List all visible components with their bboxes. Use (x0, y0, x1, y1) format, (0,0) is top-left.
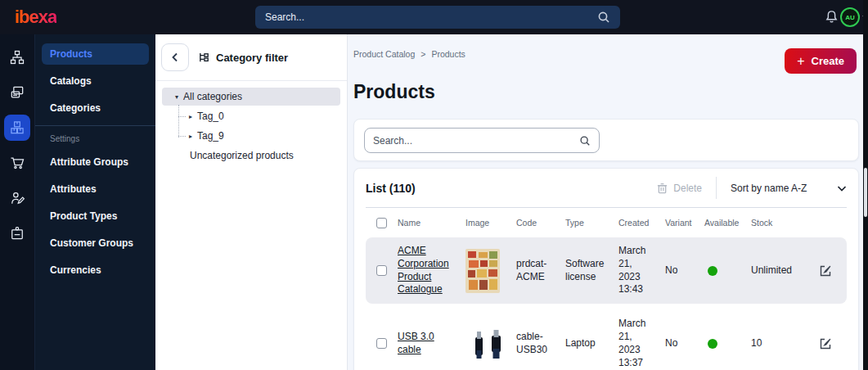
icon-rail (0, 34, 34, 370)
sidebar-menu: Products Catalogs Categories Settings At… (34, 34, 155, 370)
page-title: Products (353, 81, 435, 103)
product-variant: No (665, 264, 704, 278)
available-status-dot (708, 266, 717, 276)
list-title: List (110) (366, 182, 416, 195)
category-tree: ▾ All categories ▸ Tag_0 ▸ Tag_9 Uncateg… (155, 81, 347, 173)
category-tree-icon (198, 52, 210, 64)
trash-icon (657, 183, 668, 194)
product-search-card (353, 119, 859, 161)
select-all-checkbox[interactable] (376, 218, 387, 228)
avatar-initials: AU (845, 14, 855, 21)
row-checkbox[interactable] (376, 338, 387, 349)
rail-item-products[interactable] (0, 110, 34, 145)
product-search-field[interactable] (364, 128, 600, 153)
rail-item-pages[interactable] (0, 74, 34, 110)
delete-button[interactable]: Delete (657, 183, 702, 194)
user-avatar[interactable]: AU (840, 7, 860, 27)
caret-right-icon[interactable]: ▸ (186, 113, 196, 120)
plus-icon: + (797, 55, 804, 68)
pages-icon (9, 84, 25, 101)
header-divider (716, 177, 717, 199)
sidebar-item-customer-groups[interactable]: Customer Groups (42, 232, 149, 254)
category-filter-title: Category filter (198, 52, 288, 64)
product-link[interactable]: ACME Corporation Product Catalogue (398, 245, 449, 295)
table-row: ACME Corporation Product Catalogue prdca… (366, 237, 847, 304)
breadcrumb: Product Catalog > Products (353, 49, 465, 59)
sidebar-item-catalogs[interactable]: Catalogs (42, 70, 149, 92)
search-icon (597, 11, 610, 24)
product-thumbnail-usb-cable (465, 326, 511, 362)
product-created: March 21, 2023 13:43 (618, 245, 665, 296)
chevron-down-icon (837, 183, 847, 193)
product-code: cable-USB30 (516, 331, 565, 357)
product-type: Laptop (565, 337, 618, 350)
products-boxes-icon (9, 120, 25, 136)
ibexa-logo: ibexa (15, 7, 56, 28)
product-stock: Unlimited (751, 264, 816, 278)
tree-item-tag9[interactable]: ▸ Tag_9 (162, 127, 340, 145)
scrollbar-track[interactable] (863, 0, 868, 370)
product-search-input[interactable] (373, 135, 579, 147)
row-checkbox[interactable] (376, 265, 387, 276)
main-content: Product Catalog > Products + Create Prod… (348, 34, 863, 370)
customer-edit-icon (9, 190, 25, 206)
col-image: Image (465, 218, 516, 228)
menu-section-settings: Settings (35, 134, 155, 143)
col-variant: Variant (665, 218, 704, 228)
rail-item-content-tree[interactable] (0, 39, 34, 74)
col-created: Created (618, 218, 665, 228)
chevron-left-icon (170, 52, 180, 62)
product-list-card: List (110) Delete Sort by name A-Z Name … (353, 168, 859, 370)
breadcrumb-parent[interactable]: Product Catalog (353, 49, 415, 59)
col-stock: Stock (751, 218, 816, 228)
table-row: USB 3.0 cable cable-USB30 Laptop March 2… (366, 310, 847, 370)
available-status-dot (708, 339, 717, 349)
breadcrumb-separator: > (421, 49, 425, 59)
product-thumbnail-catalogue (465, 249, 500, 293)
sidebar-item-attributes[interactable]: Attributes (42, 178, 149, 200)
global-search-input[interactable] (265, 11, 597, 23)
create-button[interactable]: + Create (785, 48, 857, 74)
menu-divider (35, 125, 155, 126)
product-created: March 21, 2023 13:37 (618, 318, 665, 369)
col-code: Code (516, 218, 565, 228)
sort-dropdown[interactable]: Sort by name A-Z (731, 183, 847, 194)
sidebar-item-product-types[interactable]: Product Types (42, 205, 149, 227)
rail-item-customers[interactable] (0, 180, 34, 215)
content-tree-icon (9, 49, 25, 65)
product-code: prdcat-ACME (516, 258, 565, 284)
product-link[interactable]: USB 3.0 cable (398, 331, 434, 355)
sidebar-item-products[interactable]: Products (42, 43, 149, 65)
collapse-panel-button[interactable] (161, 43, 189, 71)
sidebar-item-categories[interactable]: Categories (42, 97, 149, 119)
tree-item-all-categories[interactable]: ▾ All categories (162, 88, 340, 106)
caret-right-icon[interactable]: ▸ (186, 133, 196, 140)
col-name: Name (398, 218, 465, 228)
cart-icon (9, 155, 25, 171)
notifications-bell-icon[interactable] (825, 10, 839, 24)
product-variant: No (665, 337, 704, 350)
tree-item-tag0[interactable]: ▸ Tag_0 (162, 107, 340, 125)
rail-item-company[interactable] (0, 215, 34, 250)
scrollbar-thumb[interactable] (864, 168, 867, 217)
tree-item-uncategorized[interactable]: Uncategorized products (162, 147, 340, 165)
table-header-row: Name Image Code Type Created Variant Ava… (366, 208, 847, 237)
edit-icon[interactable] (819, 337, 832, 350)
product-stock: 10 (751, 337, 816, 350)
rail-item-orders[interactable] (0, 145, 34, 180)
sidebar-item-currencies[interactable]: Currencies (42, 259, 149, 281)
category-filter-panel: Category filter ▾ All categories ▸ Tag_0… (155, 34, 348, 370)
edit-icon[interactable] (819, 264, 832, 278)
breadcrumb-current: Products (431, 49, 465, 59)
caret-down-icon[interactable]: ▾ (172, 93, 182, 101)
col-available: Available (704, 218, 751, 228)
sidebar-item-attribute-groups[interactable]: Attribute Groups (42, 151, 149, 173)
search-icon (579, 135, 591, 147)
badge-icon (9, 225, 25, 241)
product-type: Software license (565, 258, 618, 284)
global-search[interactable] (255, 6, 620, 29)
col-type: Type (565, 218, 618, 228)
top-bar: ibexa AU (0, 0, 868, 34)
